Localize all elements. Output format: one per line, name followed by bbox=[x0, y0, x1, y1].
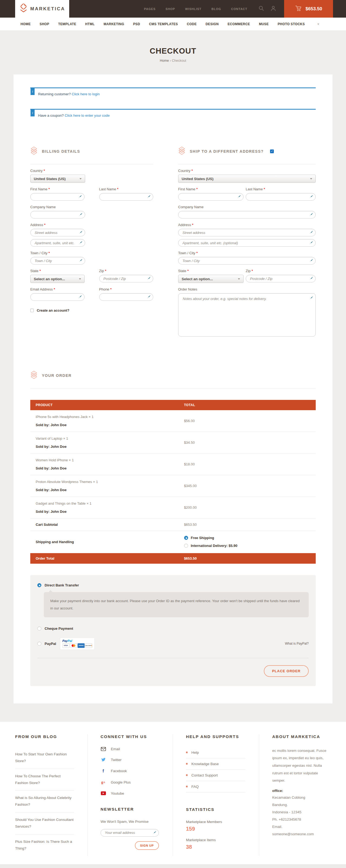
help-link[interactable]: FAQ bbox=[186, 781, 245, 793]
divider bbox=[30, 388, 316, 389]
shipping-option-international[interactable]: International Delivery: $5.90 bbox=[184, 544, 310, 548]
payment-paypal-option[interactable]: PayPal PayPal VISA DISCOVER What is PayP… bbox=[37, 638, 309, 650]
help-link[interactable]: Contact Support bbox=[186, 770, 245, 781]
payment-bank-description: Make your payment directly into our bank… bbox=[44, 592, 309, 617]
menu-code[interactable]: CODE bbox=[187, 22, 197, 26]
radio-unselected[interactable] bbox=[37, 626, 41, 630]
radio-unselected[interactable] bbox=[184, 544, 188, 548]
billing-apartment-input[interactable] bbox=[30, 239, 85, 247]
blog-post-link[interactable]: Plus Size Fashion: Is There Such a Thing… bbox=[15, 834, 74, 856]
shipto-town-input[interactable] bbox=[178, 257, 316, 265]
shipto-last-name-input[interactable] bbox=[246, 193, 316, 200]
billing-last-name-input[interactable] bbox=[99, 193, 153, 200]
search-icon[interactable] bbox=[259, 6, 264, 12]
town-label: Town / City * bbox=[178, 251, 316, 255]
billing-zip-input[interactable] bbox=[99, 275, 153, 282]
payment-bank-option[interactable]: Direct Bank Transfer bbox=[37, 583, 309, 587]
product-name: Gadget and Things on the Table × 1 bbox=[36, 501, 184, 505]
menu-photo-stocks[interactable]: PHOTO STOCKS bbox=[278, 22, 305, 26]
shipping-option-free[interactable]: Free Shipping bbox=[184, 536, 310, 540]
shipto-zip-input[interactable] bbox=[246, 275, 316, 282]
billing-street-input[interactable] bbox=[30, 229, 85, 236]
breadcrumb-home[interactable]: Home bbox=[160, 59, 169, 63]
create-account-checkbox[interactable] bbox=[30, 309, 34, 312]
billing-first-name-input[interactable] bbox=[30, 193, 84, 200]
what-is-paypal-link[interactable]: What is PayPal? bbox=[285, 642, 309, 646]
shipto-apartment-input[interactable] bbox=[178, 239, 316, 247]
menu-home[interactable]: HOME bbox=[21, 22, 31, 26]
about-text: ec mollis lorem consequat. Fusce ipsum e… bbox=[272, 747, 329, 784]
chevron-more-icon[interactable]: » bbox=[316, 23, 321, 25]
login-link[interactable]: Click here to login bbox=[72, 92, 100, 96]
payment-cheque-option[interactable]: Cheque Payment bbox=[37, 626, 309, 630]
email-label: Email Address * bbox=[30, 287, 84, 291]
menu-psd[interactable]: PSD bbox=[133, 22, 140, 26]
user-icon[interactable] bbox=[271, 6, 276, 12]
blog-post-link[interactable]: How To Choose The Perfect Fashion Store? bbox=[15, 769, 74, 791]
your-order-section: YOUR ORDER PRODUCT TOTAL iPhone 5s with … bbox=[30, 371, 316, 564]
radio-selected[interactable] bbox=[37, 583, 41, 587]
notice-text: Have a coupon? Click here to enter your … bbox=[38, 114, 110, 118]
menu-muse[interactable]: MUSE bbox=[259, 22, 269, 26]
menu-template[interactable]: TEMPLATE bbox=[58, 22, 76, 26]
billing-state-select[interactable]: Select an option... bbox=[30, 275, 84, 283]
shipto-first-name-input[interactable] bbox=[178, 193, 244, 200]
order-row: Proton Absolute Wordpress Themes × 1 Sol… bbox=[30, 475, 316, 497]
social-twitter-link[interactable]: Twitter bbox=[101, 758, 164, 762]
menu-marketing[interactable]: MARKETING bbox=[104, 22, 124, 26]
radio-unselected[interactable] bbox=[37, 642, 41, 646]
stat-value: 159 bbox=[186, 826, 250, 832]
subtotal-label: Cart Subtotal bbox=[36, 523, 184, 527]
input-edit-icon bbox=[79, 230, 83, 236]
header-nav-pages[interactable]: PAGES bbox=[144, 7, 156, 10]
shipto-street-input[interactable] bbox=[178, 229, 316, 236]
input-edit-icon bbox=[79, 213, 83, 218]
shipto-state-select[interactable]: Select an option... bbox=[178, 275, 244, 283]
menu-html[interactable]: HTML bbox=[85, 22, 95, 26]
signup-button[interactable]: SIGN UP bbox=[135, 841, 159, 850]
social-email-link[interactable]: Email bbox=[101, 747, 164, 751]
order-notes-textarea[interactable] bbox=[178, 293, 316, 337]
billing-email-input[interactable] bbox=[30, 293, 84, 301]
coupon-link[interactable]: Click here to enter your code bbox=[65, 114, 109, 118]
blog-post-link[interactable]: How To Start Your Own Fashion Store? bbox=[15, 747, 74, 769]
billing-company-input[interactable] bbox=[30, 211, 85, 218]
product-name: Women Hold iPhone × 1 bbox=[36, 458, 184, 462]
square-bullet-icon bbox=[186, 751, 187, 753]
menu-cms-templates[interactable]: CMS TEMPLATES bbox=[149, 22, 178, 26]
billing-country-select[interactable]: United States (US) bbox=[30, 175, 85, 183]
billing-town-input[interactable] bbox=[30, 257, 85, 265]
order-row: iPhone 5s with Headphones Jack × 1 Sold … bbox=[30, 410, 316, 432]
social-facebook-link[interactable]: f Facebook bbox=[101, 769, 164, 774]
address-line: Bandung. bbox=[272, 801, 322, 808]
page-head: CHECKOUT Home › Checkout bbox=[0, 30, 346, 63]
blog-post-link[interactable]: What is So Alluring About Celebrity Fash… bbox=[15, 790, 74, 812]
shipto-checkbox[interactable]: ✓ bbox=[270, 150, 274, 153]
menu-shop[interactable]: SHOP bbox=[40, 22, 49, 26]
help-link[interactable]: Help bbox=[186, 747, 245, 758]
social-googleplus-link[interactable]: g+ Google Plus bbox=[101, 780, 164, 785]
last-name-label: Last Name * bbox=[246, 187, 316, 191]
product-total: $56.00 bbox=[184, 419, 310, 423]
menu-design[interactable]: DESIGN bbox=[206, 22, 219, 26]
social-youtube-link[interactable]: Youtube bbox=[101, 792, 164, 796]
header-nav-blog[interactable]: BLOG bbox=[211, 7, 221, 10]
billing-phone-input[interactable] bbox=[99, 293, 153, 301]
help-link[interactable]: Knowladge Base bbox=[186, 758, 245, 770]
header-nav-wishlist[interactable]: WISHLIST bbox=[185, 7, 202, 10]
visa-card-icon: VISA bbox=[63, 643, 69, 648]
cart-button[interactable]: $653.50 bbox=[284, 0, 333, 18]
place-order-button[interactable]: PLACE ORDER bbox=[264, 665, 309, 677]
blog-post-link[interactable]: Should You Use Fashion Consultant Servic… bbox=[15, 812, 74, 834]
logo[interactable]: MARKETICA bbox=[15, 0, 69, 18]
divider bbox=[30, 164, 153, 164]
shipto-country-select[interactable]: United States (US) bbox=[178, 175, 316, 183]
header-nav-shop[interactable]: SHOP bbox=[166, 7, 175, 10]
order-total-label: Order Total bbox=[36, 556, 184, 560]
menu-ecommerce[interactable]: ECOMMERCE bbox=[228, 22, 250, 26]
radio-selected[interactable] bbox=[184, 536, 188, 540]
newsletter-email-input[interactable] bbox=[101, 829, 159, 837]
shipto-company-input[interactable] bbox=[178, 211, 316, 218]
header-nav-contact[interactable]: CONTACT bbox=[231, 7, 247, 10]
billing-section: BILLING DETAILS Country * United States … bbox=[30, 147, 153, 338]
